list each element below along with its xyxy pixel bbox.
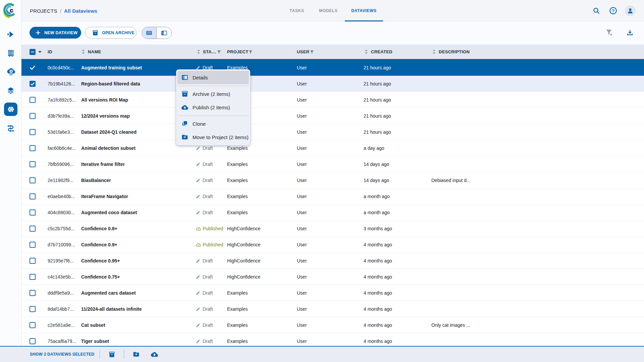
svg-text:c: c [10,7,13,14]
svg-text:?: ? [612,8,614,13]
